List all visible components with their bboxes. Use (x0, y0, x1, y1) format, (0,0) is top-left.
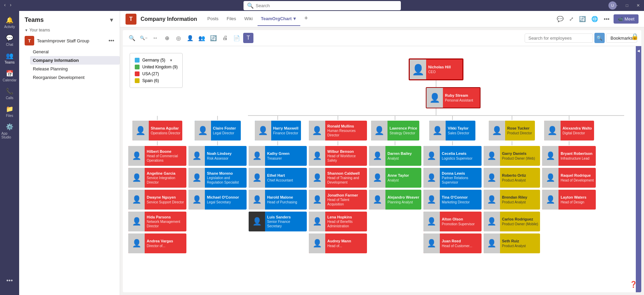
employee-search-button[interactable]: 🔍 (594, 33, 605, 43)
maximize-button[interactable]: □ (622, 1, 632, 10)
sidebar-item-teams[interactable]: 👥 Teams (0, 49, 19, 67)
activity-icon: 🔔 (6, 16, 13, 24)
node-alejandro-weaver[interactable]: 👤 Alejandro WeaverPlanning Analyst (369, 190, 421, 210)
person-add-button[interactable]: 👥 (197, 33, 207, 43)
legend-dropdown-germany[interactable]: ▼ (169, 58, 173, 62)
node-dwayne-nguyen[interactable]: 👤 Dwayne NguyenService Support Director (128, 190, 186, 210)
person-button[interactable]: 👤 (185, 33, 195, 43)
refresh-icon-topbar[interactable]: 🔄 (578, 14, 587, 24)
zoom-out-button[interactable]: 🔍− (139, 33, 149, 43)
add-tab-button[interactable]: + (302, 12, 311, 26)
meet-button[interactable]: 📹 Meet (614, 14, 639, 24)
fit-button[interactable]: ⊕ (162, 33, 172, 43)
node-kathy-green[interactable]: 👤 Kathy GreenTreasurer (249, 146, 307, 166)
sidebar-item-activity[interactable]: 🔔 Activity (0, 14, 19, 31)
forward-button[interactable]: › (9, 1, 13, 8)
node-brendan-riley[interactable]: 👤 Brendan RileyProduct Analyst (484, 190, 540, 210)
center-button[interactable]: ◎ (173, 33, 184, 43)
teams-icon: 👥 (6, 52, 13, 59)
global-search-bar[interactable]: 🔍 (244, 1, 401, 10)
teams-embed-button[interactable]: T (243, 33, 253, 43)
node-harold-malone[interactable]: 👤 Harold MaloneHead of Purchasing (249, 190, 307, 210)
node-roberto-ortiz[interactable]: 👤 Roberto OrtizProduct Analyst (484, 168, 540, 188)
user-avatar-top[interactable]: U (608, 1, 617, 10)
sidebar-item-calls[interactable]: 📞 Calls (0, 85, 19, 103)
node-dir-strategy[interactable]: 👤 Lawrence Price Strategy Director (371, 121, 419, 140)
right-panel-strip[interactable]: ◀ (636, 46, 641, 292)
node-alton-olson[interactable]: 👤 Alton OlsonPromotion Supervisor (423, 212, 482, 231)
node-dir-legal[interactable]: 👤 Claire Foster Legal Director (195, 121, 241, 140)
node-layton-waters[interactable]: 👤 Layton WatersHead of Design (542, 190, 596, 210)
node-shane-moreno[interactable]: 👤 Shane MorenoLegislation and Regulation… (188, 168, 247, 188)
pan-button[interactable]: ↔ (150, 33, 160, 43)
node-darren-bailey[interactable]: 👤 Darren BaileyAnalyst (369, 146, 421, 166)
tab-posts[interactable]: Posts (204, 12, 222, 26)
node-seth-ruiz[interactable]: 👤 Seth RuizProduct Analyst (484, 233, 540, 253)
sidebar-item-chat[interactable]: 💬 Chat (0, 31, 19, 49)
sidebar-item-more[interactable]: ••• (0, 272, 19, 290)
zoom-in-button[interactable]: 🔍 (127, 33, 137, 43)
node-hilbert-boone[interactable]: 👤 Hilbert BooneHead of Commercial Operat… (128, 146, 186, 166)
node-tina-oconnor[interactable]: 👤 Tina O'ConnorMarketing Director (423, 190, 482, 210)
node-ethel-hart[interactable]: 👤 Ethel HartChief Accountant (249, 168, 307, 188)
node-michael-oconnor[interactable]: 👤 Michael O'ConnorLegal Secretary (188, 190, 247, 210)
node-shannon-caldwell[interactable]: 👤 Shannon CaldwellHead of Training and D… (309, 168, 367, 188)
node-donna-lewis[interactable]: 👤 Donna LewisPartner Relations Superviso… (423, 168, 482, 188)
node-andrea-vargas[interactable]: 👤 Andrea VargasDirector of... (128, 233, 186, 253)
node-angeline-garcia[interactable]: 👤 Angeline GarciaService Integration Dir… (128, 168, 186, 188)
node-luis-sanders[interactable]: 👤 Luis SandersSenior Finance Secretary (249, 212, 307, 231)
sidebar-item-app-studio[interactable]: ⚙️ App Studio (0, 120, 19, 142)
org-toolbar: 🔍 🔍− ↔ ⊕ ◎ 👤 👥 🔄 🖨 📄 T 🔍 Bookmarks (123, 30, 641, 46)
node-raquel-rodrique[interactable]: 👤 Raquel RodriqueHead of Development (542, 168, 596, 188)
files-icon: 📁 (6, 105, 13, 113)
channel-item-release-planning[interactable]: Release Planning (30, 65, 120, 73)
legend-label-uk: United Kingdom (9) (142, 65, 178, 69)
node-wilbur-benson[interactable]: 👤 Wilbur BensonHead of Workforce Safety (309, 146, 367, 166)
channel-list: General Company Information Release Plan… (19, 48, 120, 82)
channel-item-reorganiser-dev[interactable]: Reorganiser Development (30, 73, 120, 82)
node-noah-lindsey[interactable]: 👤 Noah LindseyRisk Assessor (188, 146, 247, 166)
employee-search-input[interactable] (525, 33, 593, 43)
node-bryant-robertson[interactable]: 👤 Bryant RobertsonInfrastructure Lead (542, 146, 596, 166)
refresh-button[interactable]: 🔄 (208, 33, 219, 43)
team-group: T TeamImprover Staff Group ••• General C… (19, 34, 120, 82)
back-button[interactable]: ‹ (3, 1, 7, 8)
node-carlos-rodriguez[interactable]: 👤 Carlos RodriguezProduct Owner (Mobile) (484, 212, 540, 231)
tab-teamorgchart[interactable]: TeamOrgChart ▼ (258, 12, 300, 26)
channel-item-company-info[interactable]: Company Information (30, 56, 120, 65)
global-search-input[interactable] (256, 3, 397, 8)
channel-item-general[interactable]: General (30, 48, 120, 56)
sidebar-item-files[interactable]: 📁 Files (0, 103, 19, 120)
chat-icon-topbar[interactable]: 💬 (555, 14, 565, 24)
sidebar-item-calendar[interactable]: 📅 Calendar (0, 67, 19, 85)
tab-wiki[interactable]: Wiki (241, 12, 256, 26)
print-button[interactable]: 🖨 (220, 33, 230, 43)
col-legal: 👤 Claire Foster Legal Director 👤 (188, 116, 247, 253)
node-dir-hr[interactable]: 👤 Ronald Mullins Human Resources Directo… (309, 121, 367, 140)
node-assistant[interactable]: 👤 Ruby Stream Personal Assistant (426, 87, 481, 108)
team-item[interactable]: T TeamImprover Staff Group ••• (19, 34, 120, 48)
tab-files[interactable]: Files (223, 12, 239, 26)
node-garry-daniels[interactable]: 👤 Garry DanielsProduct Owner (Web) (484, 146, 540, 166)
node-dir-operations[interactable]: 👤 Shawna Aguilar Operations Director (132, 121, 183, 140)
team-more-icon[interactable]: ••• (108, 38, 114, 44)
node-audrey-mann[interactable]: 👤 Audrey MannHead of... (309, 233, 367, 253)
org-canvas[interactable]: ❓ Germany (5) ▼ United Kingdom (9) USA (123, 46, 641, 292)
more-options-icon[interactable]: ••• (602, 15, 611, 24)
node-anne-taylor[interactable]: 👤 Anne TaylorAnalyst (369, 168, 421, 188)
node-hida-parsons[interactable]: 👤 Hida ParsonsNetwork Management Directo… (128, 212, 186, 231)
filter-icon[interactable]: ▼ (109, 17, 114, 23)
node-jonathon-farmer[interactable]: 👤 Jonathon FarmerHead of Talent Acquisit… (309, 190, 367, 210)
node-cecelia-lewis[interactable]: 👤 Cecelia LewisLogistics Supervisor (423, 146, 482, 166)
node-ceo[interactable]: 👤 Nicholas Hill CEO (409, 58, 463, 80)
expand-icon[interactable]: ⤢ (568, 14, 575, 24)
node-dir-product[interactable]: 👤 Rose Tucker Product Director (489, 121, 535, 140)
node-dir-finance[interactable]: 👤 Harry Maxwell Finance Director (255, 121, 301, 140)
node-dir-sales[interactable]: 👤 Vikki Taylor Sales Director (429, 121, 475, 140)
close-button[interactable]: ✕ (632, 1, 644, 10)
document-button[interactable]: 📄 (232, 33, 242, 43)
globe-icon[interactable]: 🌐 (590, 14, 600, 24)
node-juan-reed[interactable]: 👤 Juan ReedHead of Customer... (423, 233, 482, 253)
node-lena-hopkins[interactable]: 👤 Lena HopkinsHead of Benefits Administr… (309, 212, 367, 231)
node-dir-digital[interactable]: 👤 Alexandra Walto Digital Director (544, 121, 594, 140)
